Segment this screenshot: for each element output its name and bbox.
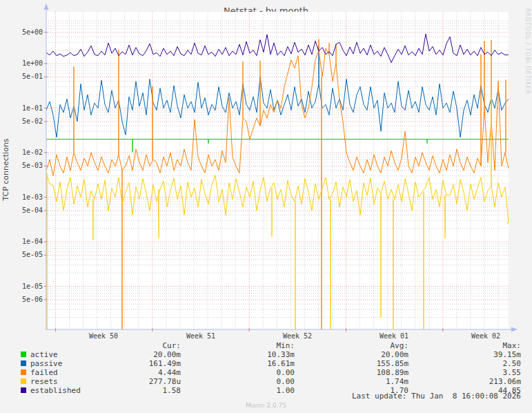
legend-header-row: Cur: Min: Avg: Max:: [0, 341, 532, 350]
x-tick-label: Week 01: [366, 332, 422, 340]
legend-col-min: Min:: [205, 341, 295, 350]
y-tick-label: 5e-01: [10, 73, 43, 80]
legend-value-max: 213.06m: [431, 377, 521, 386]
legend-label: active: [30, 350, 58, 359]
y-tick-label: 1e-01: [10, 104, 43, 112]
x-tick-label: Week 52: [270, 332, 325, 340]
legend-row-passive: passive161.49m16.61m155.85m2.50: [0, 359, 532, 368]
legend-value-min: 0.00: [205, 368, 295, 377]
legend-value-min: 16.61m: [205, 359, 295, 368]
legend-value-cur: 4.44m: [91, 368, 181, 377]
y-tick-label: 1e-03: [10, 193, 43, 201]
resets-swatch-icon: [21, 378, 26, 384]
y-tick-label: 5e-02: [10, 117, 43, 125]
y-tick-label: 1e+00: [10, 59, 43, 67]
legend-row-active: active20.00m10.33m20.00m39.15m: [0, 350, 532, 359]
x-tick-label: Week 51: [173, 332, 228, 340]
legend-col-max: Max:: [431, 341, 521, 350]
legend-value-max: 3.55: [431, 368, 521, 377]
y-tick-label: 1e-04: [10, 238, 43, 245]
legend-value-avg: 20.00m: [319, 350, 408, 359]
failed-swatch-icon: [21, 369, 26, 375]
munin-version: Munin 2.0.75: [0, 402, 532, 409]
legend-value-min: 10.33m: [205, 350, 295, 359]
x-tick-label: Week 02: [458, 332, 513, 340]
legend-value-max: 2.50: [431, 359, 521, 368]
legend-value-avg: 1.74m: [319, 377, 408, 386]
x-axis-arrow-icon: [511, 327, 518, 332]
legend-row-failed: failed4.44m0.00108.89m3.55: [0, 368, 532, 377]
legend-label: failed: [30, 368, 58, 377]
y-tick-label: 5e+00: [10, 28, 43, 36]
y-tick-label: 1e-02: [10, 148, 43, 156]
passive-swatch-icon: [21, 361, 26, 366]
legend-value-avg: 108.89m: [319, 368, 408, 377]
legend-value-min: 0.00: [205, 377, 295, 386]
y-tick-label: 1e-05: [10, 282, 43, 290]
active-swatch-icon: [21, 352, 26, 357]
y-tick-label: 5e-05: [10, 251, 43, 258]
y-tick-label: 5e-06: [10, 296, 43, 303]
legend-value-cur: 1.58: [91, 386, 181, 395]
legend-value-min: 1.00: [205, 386, 295, 395]
y-tick-label: 5e-03: [10, 162, 43, 169]
legend-label: passive: [30, 359, 62, 368]
legend-row-resets: resets277.78u0.001.74m213.06m: [0, 377, 532, 386]
legend-label: resets: [30, 377, 58, 386]
x-tick-label: Week 50: [76, 332, 131, 340]
plot-background: [46, 12, 509, 329]
established-swatch-icon: [21, 387, 26, 393]
legend-value-max: 39.15m: [431, 350, 521, 359]
legend-value-avg: 155.85m: [319, 359, 408, 368]
legend-value-cur: 277.78u: [91, 377, 181, 386]
legend-label: established: [30, 386, 81, 395]
legend-col-cur: Cur:: [91, 341, 181, 350]
last-update: Last update: Thu Jan 8 16:00:08 2026: [352, 392, 521, 401]
legend-rows: active20.00m10.33m20.00m39.15mpassive161…: [0, 350, 532, 395]
legend-value-cur: 161.49m: [91, 359, 181, 368]
legend-value-cur: 20.00m: [91, 350, 181, 359]
munin-netstat-graph: Netstat - by month TCP connections RRDTO…: [0, 0, 532, 413]
y-axis-arrow-icon: [44, 3, 49, 10]
legend: Cur: Min: Avg: Max: active20.00m10.33m20…: [0, 341, 532, 395]
y-tick-label: 5e-04: [10, 206, 43, 214]
legend-col-avg: Avg:: [319, 341, 408, 350]
